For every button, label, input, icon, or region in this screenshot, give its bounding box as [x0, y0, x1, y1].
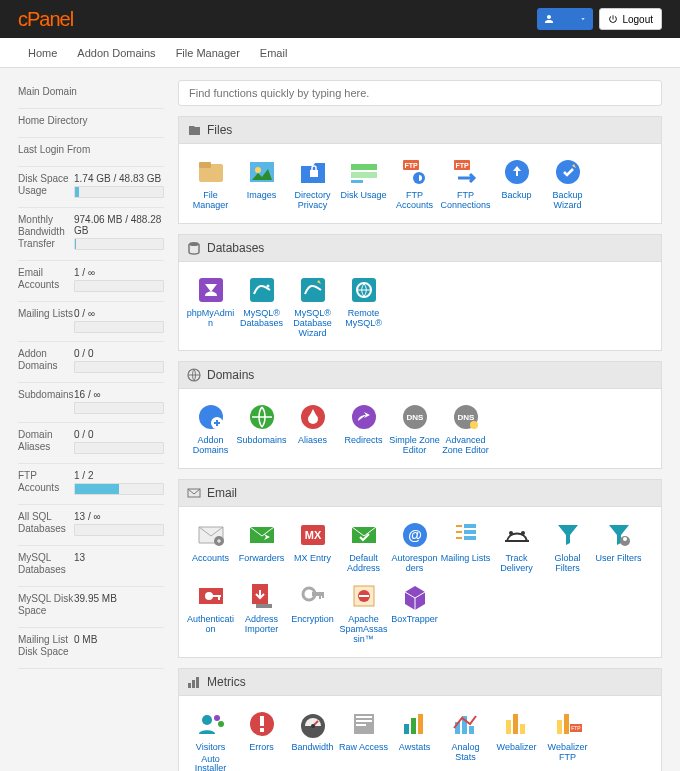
forwarders-icon — [246, 519, 278, 551]
app-accounts[interactable]: Accounts — [185, 519, 236, 574]
app-webalizer[interactable]: Webalizer — [491, 708, 542, 771]
stat-label: Home Directory — [18, 115, 164, 127]
app-track-delivery[interactable]: Track Delivery — [491, 519, 542, 574]
panel-header-email[interactable]: Email — [178, 479, 662, 507]
stat-bar — [74, 280, 164, 292]
search-input[interactable] — [178, 80, 662, 106]
app-visitors[interactable]: VisitorsAuto Installer — [185, 708, 236, 771]
user-dropdown[interactable] — [537, 8, 593, 30]
svg-rect-19 — [301, 278, 325, 302]
errors-icon — [246, 708, 278, 740]
panel-header-files[interactable]: Files — [178, 116, 662, 144]
app-label: FTP Accounts — [389, 191, 440, 211]
svg-point-3 — [255, 167, 261, 173]
panel-body-domains: Addon DomainsSubdomainsAliasesRedirectsD… — [178, 389, 662, 469]
app-global-filters[interactable]: Global Filters — [542, 519, 593, 574]
stat-bar — [74, 321, 164, 333]
svg-point-65 — [214, 715, 220, 721]
stat-value: 1 / ∞ — [74, 267, 164, 278]
app-authentication[interactable]: Authentication — [185, 580, 236, 645]
app-mysql-databases[interactable]: MySQL® Databases — [236, 274, 287, 339]
backup-icon — [501, 156, 533, 188]
svg-point-47 — [521, 531, 525, 535]
app-default-address[interactable]: Default Address — [338, 519, 389, 574]
panel-header-metrics[interactable]: Metrics — [178, 668, 662, 696]
app-address-importer[interactable]: Address Importer — [236, 580, 287, 645]
nav-addon-domains[interactable]: Addon Domains — [67, 47, 165, 59]
app-label: Raw Access — [338, 743, 389, 753]
app-remote-mysql-[interactable]: Remote MySQL® — [338, 274, 389, 339]
app-backup[interactable]: Backup — [491, 156, 542, 211]
logout-button[interactable]: Logout — [599, 8, 662, 30]
cpanel-logo: cPanel — [18, 8, 73, 31]
app-phpmyadmin[interactable]: phpMyAdmin — [185, 274, 236, 339]
stat-bar — [74, 483, 164, 495]
panel-header-databases[interactable]: Databases — [178, 234, 662, 262]
stat-label: MySQL Databases — [18, 552, 74, 576]
stat-value: 974.06 MB / 488.28 GB — [74, 214, 164, 236]
svg-rect-68 — [260, 716, 264, 726]
gfilter-icon — [552, 519, 584, 551]
app-addon-domains[interactable]: Addon Domains — [185, 401, 236, 456]
stat-label: Mailing Lists — [18, 308, 74, 320]
app-backup-wizard[interactable]: Backup Wizard — [542, 156, 593, 211]
app-webalizer-ftp[interactable]: FTPWebalizer FTP — [542, 708, 593, 771]
svg-rect-7 — [351, 180, 363, 183]
svg-text:FTP: FTP — [404, 162, 418, 169]
svg-rect-44 — [464, 530, 476, 534]
app-label: phpMyAdmin — [185, 309, 236, 329]
app-label: Disk Usage — [338, 191, 389, 201]
app-ftp-connections[interactable]: FTPFTP Connections — [440, 156, 491, 211]
app-awstats[interactable]: Awstats — [389, 708, 440, 771]
app-disk-usage[interactable]: Disk Usage — [338, 156, 389, 211]
visitors-icon — [195, 708, 227, 740]
ufilter-icon — [603, 519, 635, 551]
app-forwarders[interactable]: Forwarders — [236, 519, 287, 574]
app-analog-stats[interactable]: Analog Stats — [440, 708, 491, 771]
svg-rect-63 — [196, 677, 199, 688]
svg-rect-58 — [322, 592, 324, 598]
nav-file-manager[interactable]: File Manager — [166, 47, 250, 59]
app-mx-entry[interactable]: MXMX Entry — [287, 519, 338, 574]
app-ftp-accounts[interactable]: FTPFTP Accounts — [389, 156, 440, 211]
app-user-filters[interactable]: User Filters — [593, 519, 644, 574]
app-directory-privacy[interactable]: Directory Privacy — [287, 156, 338, 211]
app-errors[interactable]: Errors — [236, 708, 287, 771]
app-file-manager[interactable]: File Manager — [185, 156, 236, 211]
stat-bar — [74, 524, 164, 536]
app-label: Simple Zone Editor — [389, 436, 440, 456]
app-simple-zone-editor[interactable]: DNSSimple Zone Editor — [389, 401, 440, 456]
nav-home[interactable]: Home — [18, 47, 67, 59]
app-label: Accounts — [185, 554, 236, 564]
logout-label: Logout — [622, 14, 653, 25]
app-mysql-database-wizard[interactable]: MySQL® Database Wizard — [287, 274, 338, 339]
stat-value: 16 / ∞ — [74, 389, 164, 400]
app-label: Visitors — [185, 743, 236, 753]
stat-label: Monthly Bandwidth Transfer — [18, 214, 74, 250]
app-aliases[interactable]: Aliases — [287, 401, 338, 456]
app-subdomains[interactable]: Subdomains — [236, 401, 287, 456]
app-advanced-zone-editor[interactable]: DNSAdvanced Zone Editor — [440, 401, 491, 456]
app-raw-access[interactable]: Raw Access — [338, 708, 389, 771]
autoresp-icon: @ — [399, 519, 431, 551]
subdom-icon — [246, 401, 278, 433]
app-boxtrapper[interactable]: BoxTrapper — [389, 580, 440, 645]
app-apache-spamassassin-[interactable]: Apache SpamAssassin™ — [338, 580, 389, 645]
stat-label: Email Accounts — [18, 267, 74, 291]
app-mailing-lists[interactable]: Mailing Lists — [440, 519, 491, 574]
app-bandwidth[interactable]: Bandwidth — [287, 708, 338, 771]
panel-header-domains[interactable]: Domains — [178, 361, 662, 389]
app-encryption[interactable]: Encryption — [287, 580, 338, 645]
stat-label: Mailing List Disk Space — [18, 634, 74, 658]
backupwiz-icon — [552, 156, 584, 188]
app-autoresponders[interactable]: @Autoresponders — [389, 519, 440, 574]
main-content: FilesFile ManagerImagesDirectory Privacy… — [178, 80, 662, 771]
app-label: Advanced Zone Editor — [440, 436, 491, 456]
stat-bar — [74, 238, 164, 250]
app-redirects[interactable]: Redirects — [338, 401, 389, 456]
nav-email[interactable]: Email — [250, 47, 298, 59]
svg-rect-41 — [456, 531, 462, 533]
app-label: Errors — [236, 743, 287, 753]
svg-point-33 — [470, 421, 478, 429]
app-images[interactable]: Images — [236, 156, 287, 211]
